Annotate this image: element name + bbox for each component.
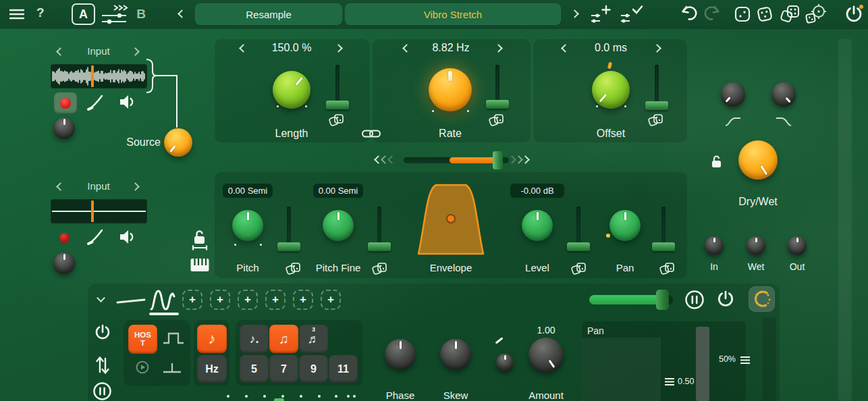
rate-value[interactable]: 8.82 Hz (410, 42, 491, 54)
help-button[interactable]: ? (36, 5, 45, 20)
variant-a-button[interactable]: A (72, 3, 95, 25)
power-icon[interactable] (844, 4, 864, 24)
mod-range-right-icon[interactable] (521, 155, 530, 164)
mod-power-icon[interactable] (715, 289, 736, 309)
offset-value[interactable]: 0.0 ms (570, 42, 651, 54)
pitch-fine-mod-handle[interactable] (368, 242, 391, 251)
input2-speaker-icon[interactable] (119, 228, 138, 246)
add-modulator-button[interactable]: + (321, 290, 341, 310)
morph-ab-icon[interactable] (100, 3, 128, 26)
lfo-pause-icon[interactable] (92, 381, 112, 401)
level-knob[interactable] (522, 210, 553, 241)
preset-slot-left[interactable]: Resample (195, 3, 342, 25)
preset-slot-right-active[interactable]: Vibro Stretch (345, 3, 561, 25)
step-dot[interactable] (335, 395, 337, 398)
length-random-dice-icon[interactable] (329, 112, 345, 127)
input1-gain-knob[interactable] (53, 117, 75, 139)
step-dot[interactable] (245, 395, 248, 398)
step-dot[interactable] (318, 395, 321, 398)
length-lock-icon[interactable] (190, 229, 209, 250)
pitch-mod-handle[interactable] (277, 242, 300, 251)
mod-tab-flat-icon[interactable] (116, 296, 147, 305)
note-sync-button[interactable]: ♪ (197, 325, 227, 353)
drywet-lock-icon[interactable] (710, 154, 724, 169)
input2-next-icon[interactable] (131, 182, 140, 191)
retrigger-pulse-icon[interactable] (162, 330, 185, 346)
offset-knob[interactable] (592, 71, 630, 109)
input1-edit-icon[interactable] (86, 94, 104, 111)
particle-fx-button[interactable] (749, 286, 775, 312)
input2-waveform-display[interactable] (51, 199, 147, 223)
right-side-strip[interactable] (838, 39, 852, 401)
lfo-direction-icon[interactable] (94, 354, 111, 375)
step-dot[interactable] (263, 395, 266, 398)
pan-knob[interactable] (609, 210, 641, 241)
input1-next-icon[interactable] (131, 47, 140, 56)
step-dot[interactable] (300, 395, 302, 398)
add-modulator-button[interactable]: + (238, 290, 258, 310)
step-dot[interactable] (227, 395, 229, 398)
triplet-note-button[interactable]: 3 ♬ (299, 325, 328, 353)
pan-mod-slider[interactable] (661, 207, 666, 246)
division-5-button[interactable]: 5 (240, 355, 269, 383)
dice-pair-icon[interactable] (780, 3, 801, 24)
phase-knob[interactable] (385, 339, 416, 370)
level-mod-handle[interactable] (567, 242, 590, 251)
division-9-button[interactable]: 9 (299, 355, 328, 383)
input2-record-button[interactable] (59, 233, 70, 243)
preset-add-icon[interactable] (590, 5, 613, 24)
length-knob[interactable] (273, 71, 310, 109)
pan-random-dice-icon[interactable] (659, 261, 676, 275)
input2-gain-knob[interactable] (53, 252, 75, 274)
input2-prev-icon[interactable] (56, 182, 65, 191)
pitch-knob[interactable] (232, 210, 263, 241)
randomize-lock-icon[interactable] (734, 6, 751, 22)
preset-save-icon[interactable] (620, 5, 644, 24)
input1-speaker-icon[interactable] (119, 93, 138, 111)
link-length-rate-icon[interactable] (362, 128, 381, 139)
mod-range-left-icon[interactable] (387, 155, 396, 164)
dice-target-icon[interactable] (805, 3, 829, 24)
rate-knob[interactable] (429, 68, 472, 111)
rate-mod-handle[interactable] (486, 100, 509, 109)
mod-target-bar[interactable] (696, 327, 709, 401)
step-dot[interactable] (353, 395, 356, 398)
wet-gain-knob[interactable] (747, 236, 765, 255)
host-sync-button[interactable]: HOST (128, 325, 157, 354)
keyboard-icon[interactable] (190, 257, 210, 273)
value-menu-icon[interactable] (664, 377, 675, 386)
mod-range-handle[interactable] (493, 151, 503, 169)
redo-icon[interactable] (702, 5, 721, 22)
pan-mod-handle[interactable] (652, 242, 675, 251)
mod-scroll-strip[interactable] (763, 317, 776, 401)
oneshot-pulse-icon[interactable] (162, 360, 182, 375)
add-modulator-button[interactable]: + (182, 290, 202, 310)
level-random-dice-icon[interactable] (571, 261, 587, 275)
rate-random-dice-icon[interactable] (489, 112, 505, 127)
length-value[interactable]: 150.0 % (251, 42, 332, 54)
pitch-fine-random-dice-icon[interactable] (372, 261, 388, 275)
add-modulator-button[interactable]: + (210, 290, 230, 310)
offset-random-dice-icon[interactable] (648, 112, 664, 127)
out-gain-knob[interactable] (788, 236, 807, 255)
mod-pause-icon[interactable] (684, 290, 705, 310)
depth-menu-icon[interactable] (740, 356, 751, 365)
trigger-play-icon[interactable] (136, 360, 149, 374)
input2-edit-icon[interactable] (86, 228, 104, 246)
step-dot[interactable] (281, 395, 284, 398)
division-11-button[interactable]: 11 (329, 355, 358, 383)
add-modulator-button[interactable]: + (265, 290, 286, 310)
in-gain-knob[interactable] (705, 236, 724, 255)
length-mod-handle[interactable] (326, 101, 349, 109)
beamed-note-button[interactable]: ♫ (269, 325, 298, 353)
level-mod-slider[interactable] (576, 207, 580, 246)
amount-knob[interactable] (528, 338, 564, 373)
mod-depth-handle[interactable] (656, 290, 669, 310)
input1-record-button[interactable] (54, 92, 77, 113)
fade-out-knob[interactable] (771, 82, 796, 107)
input1-waveform-display[interactable] (51, 64, 147, 88)
drywet-knob[interactable] (738, 140, 778, 180)
pitch-fine-mod-slider[interactable] (377, 207, 381, 246)
variant-b-button[interactable]: B (133, 5, 149, 23)
input1-prev-icon[interactable] (56, 47, 65, 56)
